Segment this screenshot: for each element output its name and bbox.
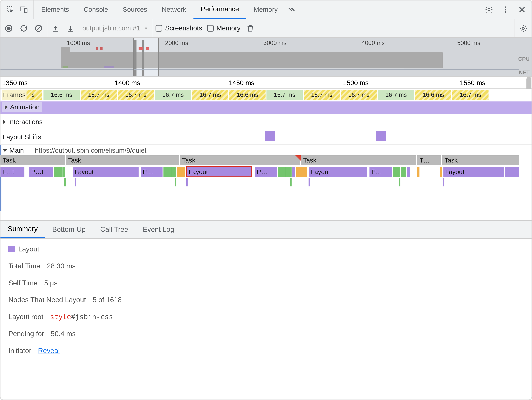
event-block[interactable] xyxy=(286,167,291,177)
record-icon[interactable] xyxy=(4,23,14,33)
event-sliver[interactable] xyxy=(186,178,188,186)
tab-call-tree[interactable]: Call Tree xyxy=(93,221,136,238)
event-sliver[interactable] xyxy=(290,178,291,186)
event-block[interactable] xyxy=(407,167,410,177)
task-block[interactable]: Task xyxy=(301,155,416,165)
layout-shifts-track[interactable]: Layout Shifts xyxy=(0,129,532,144)
events-row[interactable]: L…t P…t Layout P… Layout P… Layout P… xyxy=(0,167,532,178)
paint-event[interactable]: P…t xyxy=(29,167,53,177)
load-profile-icon[interactable] xyxy=(51,23,61,33)
summary-layout-root: Layout root style#jsbin-css xyxy=(8,313,524,321)
kebab-menu-icon[interactable] xyxy=(500,5,511,15)
tab-bottom-up[interactable]: Bottom-Up xyxy=(45,221,93,238)
overview-viewport[interactable] xyxy=(133,38,159,76)
memory-checkbox[interactable]: Memory xyxy=(207,24,241,32)
overview-timeline[interactable]: 1000 ms 2000 ms 3000 ms 4000 ms 5000 ms … xyxy=(0,38,532,77)
tab-console[interactable]: Console xyxy=(76,0,115,19)
tab-summary[interactable]: Summary xyxy=(0,221,45,238)
layout-event[interactable]: Layout xyxy=(73,167,139,177)
event-block[interactable] xyxy=(54,167,63,177)
event-block[interactable] xyxy=(440,167,442,177)
paint-event[interactable]: P… xyxy=(255,167,277,177)
tasks-row[interactable]: Task Task Task Task T… Task xyxy=(0,155,532,167)
task-block[interactable]: Task xyxy=(442,155,519,165)
device-toolbar-icon[interactable] xyxy=(19,5,29,15)
close-icon[interactable] xyxy=(517,5,527,15)
event-block[interactable] xyxy=(292,167,295,177)
layout-event[interactable]: Layout xyxy=(443,167,504,177)
event-block[interactable] xyxy=(296,167,307,177)
event-sliver[interactable] xyxy=(443,178,444,186)
frame-block[interactable]: 16.6 ms xyxy=(415,90,451,100)
task-block[interactable]: T… xyxy=(418,155,441,165)
event-block[interactable] xyxy=(177,167,185,177)
event-block[interactable] xyxy=(164,167,171,177)
gc-icon[interactable] xyxy=(245,23,255,33)
animation-header[interactable]: Animation xyxy=(2,102,42,112)
frame-block[interactable]: 16.6 ms xyxy=(44,90,80,100)
frame-block[interactable]: 16.7 ms xyxy=(118,90,154,100)
frame-block[interactable]: 16.7 ms xyxy=(341,90,377,100)
flamechart-tracks[interactable]: Frames ns16.6 ms16.7 ms16.7 ms16.7 ms16.… xyxy=(0,89,532,221)
task-block[interactable]: Task xyxy=(66,155,179,165)
task-block[interactable]: Task xyxy=(0,155,65,165)
frames-track[interactable]: Frames ns16.6 ms16.7 ms16.7 ms16.7 ms16.… xyxy=(0,89,532,101)
frame-block[interactable]: 16.7 ms xyxy=(266,90,303,100)
animation-track[interactable]: Animation xyxy=(0,101,532,114)
select-element-icon[interactable] xyxy=(5,5,15,15)
tab-network[interactable]: Network xyxy=(154,0,193,19)
event-sliver[interactable] xyxy=(399,178,400,186)
frame-block[interactable]: 16.7 ms xyxy=(378,90,414,100)
frame-block[interactable]: 16.7 ms xyxy=(452,90,488,100)
layout-shifts-header[interactable]: Layout Shifts xyxy=(3,133,41,141)
sub-events-row[interactable] xyxy=(0,178,532,188)
event-sliver[interactable] xyxy=(309,178,310,186)
tab-event-log[interactable]: Event Log xyxy=(136,221,182,238)
layout-event-selected[interactable]: Layout xyxy=(187,167,252,177)
event-block[interactable] xyxy=(505,167,519,177)
summary-value: 5 of 1618 xyxy=(93,296,122,304)
animation-bar[interactable] xyxy=(0,101,532,114)
ruler-tick: 1450 ms xyxy=(229,79,254,87)
layout-shift-marker[interactable] xyxy=(376,131,386,141)
frame-block[interactable]: 16.7 ms xyxy=(81,90,117,100)
main-track-header[interactable]: Main — https://output.jsbin.com/elisum/9… xyxy=(0,144,532,155)
frame-block[interactable]: 16.7 ms xyxy=(155,90,191,100)
event-sliver[interactable] xyxy=(64,178,66,186)
ruler-tick: 1550 ms xyxy=(460,79,485,87)
task-block[interactable]: Task xyxy=(180,155,300,165)
event-block[interactable] xyxy=(393,167,400,177)
layout-event[interactable]: Layout xyxy=(309,167,367,177)
interactions-track[interactable]: Interactions xyxy=(0,114,532,129)
interactions-header[interactable]: Interactions xyxy=(3,118,43,126)
event-sliver[interactable] xyxy=(75,178,76,186)
summary-value[interactable]: style#jsbin-css xyxy=(50,313,113,321)
capture-settings-icon[interactable] xyxy=(518,23,528,33)
event-block[interactable] xyxy=(63,167,65,177)
more-tabs-icon[interactable] xyxy=(286,5,296,15)
event-sliver[interactable] xyxy=(175,178,176,186)
layout-event[interactable]: L…t xyxy=(0,167,25,177)
timeline-ruler[interactable]: 1350 ms 1400 ms 1450 ms 1500 ms 1550 ms xyxy=(0,77,532,89)
screenshots-checkbox[interactable]: Screenshots xyxy=(156,24,202,32)
layout-shift-marker[interactable] xyxy=(265,131,275,141)
tab-sources[interactable]: Sources xyxy=(115,0,154,19)
profile-selector[interactable]: output.jsbin.com #1 xyxy=(82,24,149,32)
frame-block[interactable]: 16.7 ms xyxy=(304,90,340,100)
paint-event[interactable]: P… xyxy=(369,167,392,177)
tab-elements[interactable]: Elements xyxy=(34,0,76,19)
paint-event[interactable]: P… xyxy=(141,167,162,177)
save-profile-icon[interactable] xyxy=(65,23,76,33)
event-block[interactable] xyxy=(171,167,176,177)
event-block[interactable] xyxy=(401,167,406,177)
event-block[interactable] xyxy=(417,167,419,177)
frame-block[interactable]: 16.7 ms xyxy=(192,90,228,100)
frame-block[interactable]: 16.6 ms xyxy=(229,90,266,100)
settings-icon[interactable] xyxy=(484,5,494,15)
clear-icon[interactable] xyxy=(33,23,44,33)
reload-record-icon[interactable] xyxy=(19,23,29,33)
tab-performance[interactable]: Performance xyxy=(193,0,246,19)
reveal-link[interactable]: Reveal xyxy=(38,347,60,355)
tab-memory[interactable]: Memory xyxy=(246,0,285,19)
event-block[interactable] xyxy=(278,167,286,177)
